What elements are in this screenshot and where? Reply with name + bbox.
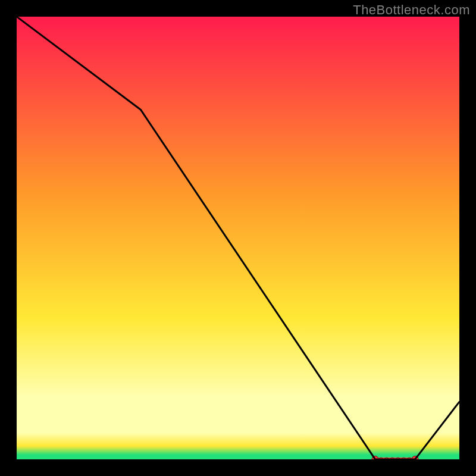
chart-stage: TheBottleneck.com xyxy=(0,0,476,476)
plot-area xyxy=(17,17,459,459)
chart-svg xyxy=(17,17,459,459)
attribution-text: TheBottleneck.com xyxy=(353,2,470,18)
gradient-background xyxy=(17,17,459,459)
